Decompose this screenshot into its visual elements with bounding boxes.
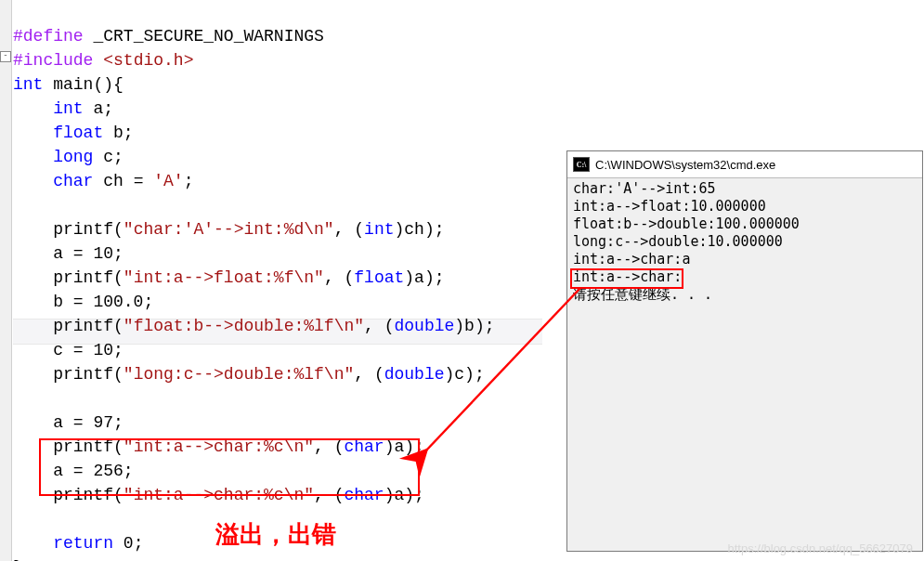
cmd-line: long:c-->double:10.000000 (573, 233, 783, 250)
annotation-box-output (570, 268, 683, 289)
cmd-line: int:a-->float:10.000000 (573, 198, 766, 215)
cmd-titlebar[interactable]: C:\ C:\WINDOWS\system32\cmd.exe (567, 151, 922, 178)
code-line: printf("float:b-->double:%lf\n", (double… (13, 317, 495, 335)
cmd-line: int:a-->char:a (573, 251, 690, 267)
cmd-window: C:\ C:\WINDOWS\system32\cmd.exe char:'A'… (566, 150, 923, 552)
code-line: printf("int:a-->float:%f\n", (float)a); (13, 268, 445, 287)
code-line: printf("long:c-->double:%lf\n", (double)… (13, 365, 485, 384)
editor-gutter: - (0, 0, 12, 561)
code-line: #define _CRT_SECURE_NO_WARNINGS (13, 27, 324, 46)
watermark: https://blog.csdn.net/qq_56627079 (728, 541, 914, 555)
code-line: c = 10; (13, 341, 124, 359)
code-line: return 0; (13, 534, 143, 553)
cmd-title-text: C:\WINDOWS\system32\cmd.exe (595, 158, 775, 172)
code-line: a = 10; (13, 244, 124, 263)
fold-minus-icon[interactable]: - (0, 51, 11, 62)
code-line: int a; (13, 99, 113, 118)
cmd-line: float:b-->double:100.000000 (573, 215, 800, 232)
code-line: a = 97; (13, 413, 124, 432)
code-line: #include <stdio.h> (13, 51, 193, 70)
code-line: char ch = 'A'; (13, 172, 193, 190)
cmd-line: char:'A'-->int:65 (573, 180, 716, 197)
cmd-icon: C:\ (573, 157, 590, 172)
code-line: long c; (13, 148, 124, 166)
code-line: float b; (13, 124, 134, 142)
code-line: printf("char:'A'-->int:%d\n", (int)ch); (13, 220, 445, 239)
code-line: int main(){ (13, 75, 124, 94)
annotation-text: 溢出，出错 (215, 518, 336, 551)
annotation-box-code (39, 438, 420, 496)
code-line: b = 100.0; (13, 293, 153, 311)
